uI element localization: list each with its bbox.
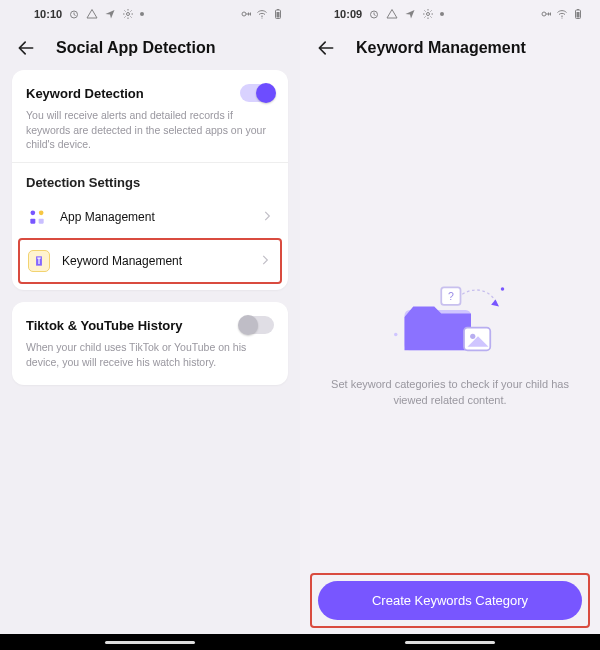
svg-rect-6	[277, 12, 280, 18]
status-bar: 10:09	[300, 0, 600, 24]
arrow-left-icon	[16, 38, 36, 58]
status-send-icon	[104, 8, 116, 20]
svg-point-13	[542, 12, 546, 16]
screen-social-app-detection: 10:10 Social App Detection Keyword Detec…	[0, 0, 300, 650]
status-dot-icon	[440, 12, 444, 16]
svg-rect-5	[277, 9, 279, 10]
nav-bar	[0, 634, 300, 650]
status-gear-icon	[122, 8, 134, 20]
status-battery-icon	[272, 8, 284, 20]
empty-state-text: Set keyword categories to check if your …	[328, 376, 572, 409]
history-toggle[interactable]	[240, 316, 274, 334]
header: Social App Detection	[0, 24, 300, 70]
highlight-keyword-management: Keyword Management	[18, 238, 282, 284]
svg-point-23	[501, 287, 505, 291]
history-title: Tiktok & YouTube History	[26, 318, 183, 333]
status-warning-icon	[86, 8, 98, 20]
back-button[interactable]	[316, 38, 336, 58]
row-app-management[interactable]: App Management	[26, 196, 274, 238]
svg-point-7	[31, 211, 36, 216]
back-button[interactable]	[16, 38, 36, 58]
svg-point-2	[242, 12, 246, 16]
status-wifi-icon	[556, 8, 568, 20]
empty-folder-illustration: ?	[380, 272, 520, 362]
svg-point-20	[470, 333, 475, 338]
status-time: 10:10	[34, 8, 62, 20]
status-vpn-icon	[240, 8, 252, 20]
keyword-detection-toggle[interactable]	[240, 84, 274, 102]
history-desc: When your child uses TikTok or YouTube o…	[26, 340, 274, 379]
svg-point-14	[561, 17, 562, 18]
svg-point-1	[127, 13, 130, 16]
chevron-right-icon	[260, 209, 274, 226]
row-label: App Management	[60, 210, 248, 224]
status-gear-icon	[422, 8, 434, 20]
page-title: Keyword Management	[356, 39, 526, 57]
status-vpn-icon	[540, 8, 552, 20]
card-keyword-detection: Keyword Detection You will receive alert…	[12, 70, 288, 290]
svg-point-24	[394, 332, 398, 336]
empty-state: ? Set keyword categories to check if you…	[300, 70, 600, 650]
detection-settings-title: Detection Settings	[26, 163, 274, 196]
status-wifi-icon	[256, 8, 268, 20]
status-battery-icon	[572, 8, 584, 20]
keyword-detection-title: Keyword Detection	[26, 86, 144, 101]
status-alarm-icon	[368, 8, 380, 20]
nav-bar	[300, 634, 600, 650]
svg-rect-16	[577, 9, 579, 10]
status-time: 10:09	[334, 8, 362, 20]
svg-rect-17	[577, 12, 580, 18]
row-label: Keyword Management	[62, 254, 246, 268]
grid-apps-icon	[26, 206, 48, 228]
svg-point-8	[39, 211, 44, 216]
header: Keyword Management	[300, 24, 600, 70]
create-keywords-category-button[interactable]: Create Keywords Category	[318, 581, 582, 620]
svg-rect-10	[39, 219, 44, 224]
screen-keyword-management: 10:09 Keyword Management ?	[300, 0, 600, 650]
chevron-right-icon	[258, 253, 272, 270]
status-dot-icon	[140, 12, 144, 16]
keyword-detection-desc: You will receive alerts and detailed rec…	[26, 108, 274, 162]
status-alarm-icon	[68, 8, 80, 20]
card-history: Tiktok & YouTube History When your child…	[12, 302, 288, 385]
svg-rect-9	[30, 219, 35, 224]
status-bar: 10:10	[0, 0, 300, 24]
arrow-left-icon	[316, 38, 336, 58]
keyword-icon	[28, 250, 50, 272]
svg-point-12	[427, 13, 430, 16]
status-warning-icon	[386, 8, 398, 20]
row-keyword-management[interactable]: Keyword Management	[28, 240, 272, 282]
page-title: Social App Detection	[56, 39, 215, 57]
highlight-create-category: Create Keywords Category	[310, 573, 590, 628]
svg-point-3	[261, 17, 262, 18]
svg-text:?: ?	[448, 289, 454, 301]
status-send-icon	[404, 8, 416, 20]
